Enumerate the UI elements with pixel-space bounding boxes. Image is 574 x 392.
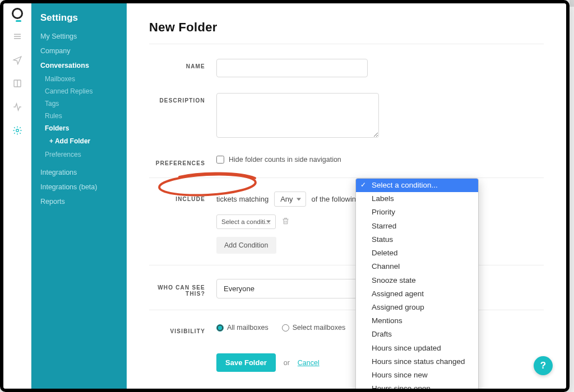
match-select[interactable]: Any (274, 192, 305, 207)
sidebar-item-conversations[interactable]: Conversations (31, 58, 127, 73)
description-input[interactable] (216, 93, 379, 138)
who-can-see-select[interactable]: Everyone (216, 279, 379, 298)
send-icon[interactable] (11, 54, 24, 66)
visibility-select-radio[interactable] (282, 324, 289, 332)
sidebar-sub-preferences[interactable]: Preferences (31, 148, 127, 161)
dropdown-option[interactable]: Assigned agent (356, 287, 478, 301)
label-who: WHO CAN SEE THIS? (149, 279, 216, 297)
sidebar-sub-rules[interactable]: Rules (31, 110, 127, 122)
divider (149, 44, 544, 44)
dropdown-option[interactable]: Labels (356, 192, 478, 206)
visibility-select[interactable]: Select mailboxes (282, 324, 346, 332)
main-panel: New Folder NAME DESCRIPTION PREFERENCES … (127, 3, 566, 389)
label-visibility: VISIBILITY (149, 324, 216, 334)
hamburger-icon[interactable] (11, 30, 24, 43)
gear-icon[interactable] (11, 124, 24, 137)
folder-form: NAME DESCRIPTION PREFERENCES Hide folder… (149, 51, 544, 372)
sidebar-title: Settings (31, 11, 127, 29)
dropdown-option[interactable]: Priority (356, 206, 478, 219)
icon-rail (3, 3, 31, 389)
sidebar-item-integrations[interactable]: Integrations (31, 165, 127, 180)
sidebar-item-reports[interactable]: Reports (31, 194, 127, 209)
app-window: Settings My Settings Company Conversatio… (0, 0, 570, 392)
activity-icon[interactable] (11, 101, 24, 113)
visibility-all[interactable]: All mailboxes (216, 324, 269, 332)
svg-point-1 (16, 129, 18, 132)
dropdown-option[interactable]: Mentions (356, 314, 478, 328)
dropdown-option[interactable]: Status (356, 233, 478, 246)
sidebar-sub-mailboxes[interactable]: Mailboxes (31, 73, 127, 85)
label-name: NAME (149, 59, 216, 69)
sidebar-item-integrations-beta[interactable]: Integrations (beta) (31, 180, 127, 194)
dropdown-option[interactable]: Channel (356, 260, 478, 273)
dropdown-option[interactable]: Hours since open (356, 382, 478, 392)
help-fab[interactable]: ? (534, 356, 553, 375)
sidebar-sub-canned[interactable]: Canned Replies (31, 85, 127, 97)
dropdown-option[interactable]: Deleted (356, 246, 478, 260)
sidebar-add-folder[interactable]: + Add Folder (31, 134, 127, 148)
dropdown-option[interactable]: Hours since new (356, 368, 478, 382)
trash-icon[interactable] (281, 217, 290, 227)
label-include: INCLUDE (149, 192, 216, 202)
condition-select[interactable]: Select a conditi... (216, 214, 276, 229)
page-title: New Folder (149, 20, 544, 35)
hide-counts-checkbox[interactable]: Hide folder counts in side navigation (216, 156, 485, 164)
settings-sidebar: Settings My Settings Company Conversatio… (31, 3, 127, 389)
save-button[interactable]: Save Folder (216, 353, 276, 372)
monitor-stand (570, 0, 574, 7)
add-condition-button[interactable]: Add Condition (216, 237, 276, 254)
condition-dropdown[interactable]: Select a condition...LabelsPriorityStarr… (355, 178, 479, 392)
label-description: DESCRIPTION (149, 93, 216, 104)
dropdown-option[interactable]: Snooze state (356, 274, 478, 287)
sidebar-item-company[interactable]: Company (31, 44, 127, 58)
include-suffix: of the following: (312, 195, 362, 203)
sidebar-sub-tags[interactable]: Tags (31, 97, 127, 110)
dropdown-option[interactable]: Starred (356, 220, 478, 233)
cancel-link[interactable]: Cancel (298, 359, 320, 367)
dropdown-option[interactable]: Select a condition... (356, 179, 478, 192)
dropdown-option[interactable]: Hours since updated (356, 342, 478, 355)
dropdown-option[interactable]: Drafts (356, 328, 478, 341)
sidebar-item-my-settings[interactable]: My Settings (31, 29, 127, 44)
book-icon[interactable] (11, 77, 24, 90)
sidebar-sub-folders[interactable]: Folders (31, 122, 127, 134)
dropdown-option[interactable]: Assigned group (356, 301, 478, 314)
name-input[interactable] (216, 59, 368, 77)
dropdown-option[interactable]: Hours since status changed (356, 355, 478, 368)
include-prefix: tickets matching (216, 195, 269, 203)
hide-counts-label: Hide folder counts in side navigation (229, 156, 341, 164)
actions-or: or (284, 359, 290, 367)
visibility-all-radio[interactable] (216, 324, 224, 332)
app-logo (12, 8, 23, 19)
hide-counts-input[interactable] (216, 156, 224, 164)
label-preferences: PREFERENCES (149, 156, 216, 166)
